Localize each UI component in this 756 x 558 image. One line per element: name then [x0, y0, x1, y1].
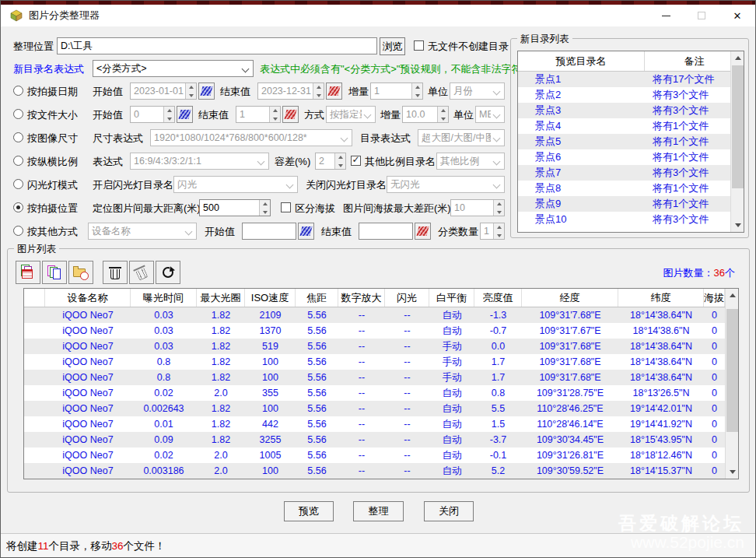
pos-dist-input[interactable]: 500 [199, 199, 271, 216]
column-header[interactable]: 数字放大 [338, 289, 385, 307]
list-item[interactable]: 景点8将有1个文件 [518, 181, 730, 196]
list-item[interactable]: 景点6将有1个文件 [518, 149, 730, 165]
maximize-button[interactable] [684, 5, 719, 26]
radio-by-date[interactable] [13, 86, 23, 96]
spinner-arrows[interactable] [437, 107, 448, 122]
table-row[interactable]: iQOO Neo70.011.824425.56----自动1.5110°28'… [24, 416, 725, 432]
list-item[interactable]: 景点2将有3个文件 [518, 87, 730, 103]
table-row[interactable]: iQOO Neo70.031.825195.56----手动0.0109°31'… [24, 339, 725, 354]
ratio-expr-select[interactable]: 16:9/4:3/3:2/1:1 [130, 153, 269, 170]
column-header[interactable]: 海拔 [704, 289, 725, 307]
radio-by-other[interactable] [13, 226, 23, 236]
table-row[interactable]: iQOO Neo70.0026431.821005.56----自动5.5110… [24, 401, 725, 416]
radio-by-size[interactable] [13, 109, 23, 119]
table-row[interactable]: iQOO Neo70.81.821005.56----手动1.7109°31'7… [24, 370, 725, 385]
no-file-checkbox[interactable] [414, 40, 424, 51]
dim-expr-select[interactable]: 1920*1080/1024*768/800*600/128* [150, 129, 352, 146]
size-min-button[interactable] [177, 106, 193, 123]
radio-by-position[interactable] [13, 202, 23, 212]
browse-button[interactable]: 浏览 [380, 37, 405, 55]
size-end-input[interactable]: 1 [236, 106, 281, 123]
list-item[interactable]: 景点3将有3个文件 [518, 103, 730, 118]
radio-by-flash[interactable] [13, 179, 23, 189]
other-max-button[interactable] [415, 223, 431, 240]
ratio-other-select[interactable]: 其他比例 [436, 153, 505, 170]
refresh-button[interactable] [156, 261, 180, 284]
table-row[interactable]: iQOO Neo70.091.8232555.56----自动-3.7109°3… [24, 432, 725, 447]
spinner-arrows[interactable] [493, 200, 504, 216]
size-max-button[interactable] [282, 106, 299, 123]
column-header[interactable]: ISO速度 [245, 289, 296, 307]
close-dialog-button[interactable]: 关闭 [424, 501, 474, 521]
table-row[interactable]: iQOO Neo70.0031862.01005.56----自动5.2109°… [24, 463, 725, 479]
radio-by-ratio[interactable] [13, 156, 23, 166]
date-unit-select[interactable]: 月份 [450, 82, 505, 100]
date-max-button[interactable] [326, 82, 342, 100]
flash-on-select[interactable]: 闪光 [173, 176, 298, 193]
size-inc-input[interactable]: 10.0 [402, 106, 449, 123]
ratio-other-checkbox[interactable] [351, 156, 361, 166]
column-header[interactable]: 预览目录名 [518, 51, 645, 71]
spinner-arrows[interactable] [411, 83, 422, 99]
organize-button[interactable]: 整理 [353, 501, 404, 521]
column-header[interactable]: 亮度值 [474, 289, 522, 307]
location-input[interactable]: D:\工具 [57, 37, 377, 54]
vertical-scrollbar[interactable] [725, 289, 738, 479]
size-mode-select[interactable]: 按指定量 [326, 106, 376, 123]
vertical-scrollbar[interactable] [730, 51, 744, 232]
other-min-button[interactable] [298, 223, 314, 240]
radio-by-dimension[interactable] [13, 132, 23, 142]
list-item[interactable]: 景点7将有3个文件 [518, 165, 730, 181]
list-item[interactable]: 景点10将有3个文件 [518, 212, 730, 227]
table-row[interactable]: iQOO Neo70.022.03555.56----自动0.8109°31'2… [24, 385, 725, 401]
pos-diff-input[interactable]: 10 [450, 199, 505, 216]
size-start-input[interactable]: 0 [130, 106, 175, 123]
altitude-checkbox[interactable] [281, 202, 291, 212]
preview-button[interactable]: 预览 [284, 501, 334, 521]
close-button[interactable]: ✕ [719, 5, 755, 26]
table-row[interactable]: iQOO Neo70.022.010055.56----自动-0.1109°31… [24, 447, 725, 463]
spinner-arrows[interactable] [313, 83, 324, 99]
flash-off-select[interactable]: 无闪光 [387, 176, 505, 193]
list-item[interactable]: 景点9将有1个文件 [518, 196, 730, 212]
date-start-input[interactable]: 2023-01-01 [130, 82, 197, 100]
column-header[interactable]: 最大光圈 [197, 289, 245, 307]
column-header[interactable] [24, 289, 45, 307]
column-header[interactable]: 纬度 [618, 289, 704, 307]
ratio-tol-input[interactable]: 2 [315, 153, 346, 170]
scroll-up-arrow[interactable] [726, 289, 739, 302]
open-folder-button[interactable] [68, 261, 93, 284]
list-item[interactable]: 景点4将有1个文件 [518, 118, 730, 134]
column-header[interactable]: 经度 [522, 289, 618, 307]
other-start-input[interactable] [242, 223, 296, 240]
table-row[interactable]: iQOO Neo70.81.821005.56----手动1.7109°31'7… [24, 354, 725, 370]
copy-pages-button[interactable] [42, 261, 67, 284]
list-item[interactable]: 景点5将有1个文件 [518, 134, 730, 149]
spinner-arrows[interactable] [259, 200, 270, 216]
spinner-arrows[interactable] [493, 223, 504, 239]
table-row[interactable]: iQOO Neo70.031.8221095.56----自动-1.3109°3… [24, 307, 725, 323]
expr-select[interactable]: <分类方式> [93, 60, 254, 77]
date-inc-input[interactable]: 1 [370, 82, 423, 100]
scrollbar-thumb[interactable] [726, 309, 738, 432]
column-header[interactable]: 闪光 [385, 289, 429, 307]
other-end-input[interactable] [359, 223, 413, 240]
spinner-arrows[interactable] [163, 107, 174, 122]
clear-list-button[interactable] [129, 261, 154, 284]
spinner-arrows[interactable] [334, 153, 345, 169]
table-row[interactable]: iQOO Neo70.031.8213705.56----自动-0.7109°3… [24, 323, 725, 339]
copy-report-button[interactable] [16, 261, 40, 284]
column-header[interactable]: 曝光时间 [131, 289, 197, 307]
list-item[interactable]: 景点1将有17个文件 [518, 72, 730, 87]
spinner-arrows[interactable] [269, 107, 280, 122]
other-count-input[interactable]: 1 [480, 223, 505, 240]
date-min-button[interactable] [198, 82, 215, 100]
minimize-button[interactable] [648, 5, 684, 26]
date-end-input[interactable]: 2023-12-31 [257, 82, 324, 100]
scroll-down-arrow[interactable] [726, 465, 739, 479]
column-header[interactable]: 备注 [645, 51, 744, 71]
scroll-down-arrow[interactable] [731, 219, 744, 232]
dim-dir-select[interactable]: 超大图/大图/中图/小图/极小 [418, 129, 505, 146]
scrollbar-thumb[interactable] [732, 65, 744, 188]
column-header[interactable]: 设备名称 [45, 289, 131, 307]
